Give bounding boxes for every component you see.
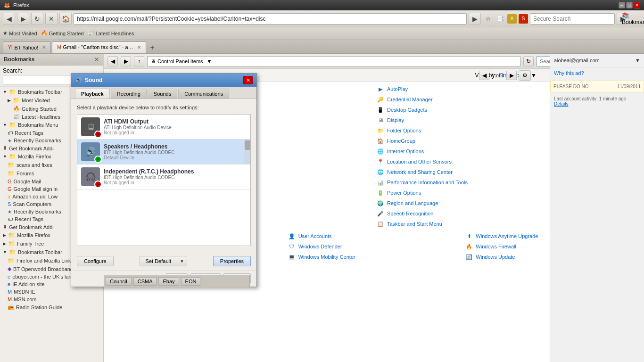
prev-page-btn[interactable]: ◀ [479,71,489,80]
tab-recording[interactable]: Recording [111,89,147,99]
tab-close-gmail[interactable]: ✕ [137,45,141,50]
bookmark-icon[interactable]: 📑 [495,14,505,24]
addon2-icon: ⬇ [3,224,7,230]
taskbar-ebay[interactable]: Ebay [158,277,179,286]
cp-item-user-accounts[interactable]: 👤 User Accounts [285,231,463,241]
sidebar-close-btn[interactable]: ✕ [94,56,99,63]
bookmarks-bar: ★ Most Visited 🔥 Getting Started 📰 Lates… [0,27,644,40]
forward-btn[interactable]: ▶ [17,13,29,25]
address-bar[interactable] [74,13,467,25]
folder3-icon: 📁 [8,240,15,247]
cp-up-btn[interactable]: ↑ [134,56,144,66]
tab-sounds[interactable]: Sounds [148,89,177,99]
star-icon: ★ [3,30,8,36]
cp-forward-btn[interactable]: ▶ [121,56,131,66]
dialog-title-area: 🔊 Sound [75,77,102,83]
folder-icon: 📁 [9,89,16,95]
sidebar-item-radio[interactable]: 📻 Radio Station Guide [0,303,103,311]
ie-icon: e [8,281,10,287]
configure-btn[interactable]: Configure [77,256,114,266]
folder-icon: 📁 [8,170,15,177]
taskbar-council[interactable]: Council [106,277,132,286]
addon-icon[interactable]: A [507,14,517,24]
msn-icon: M [8,296,12,302]
maximize-btn[interactable]: □ [626,2,633,8]
device-ati-hdmi[interactable]: 🖥 ✕ ATI HDMI Output ATI High Definition … [77,115,250,140]
taskbar-csma[interactable]: CSMA [133,277,157,286]
set-default-arrow-btn[interactable]: ▼ [177,256,187,266]
cp-back-btn[interactable]: ◀ [107,56,118,66]
folder4-icon: 📁 [9,249,16,255]
performance-icon: 📊 [377,179,384,186]
arrow-icon: ▼ [3,90,7,94]
news-icon: 📰 [88,30,94,36]
amazon-icon: a [8,194,10,199]
speakers-device-info: Speakers / Headphones IDT High Definitio… [104,143,247,160]
tag2-icon: 🏷 [8,216,13,222]
search-bar[interactable] [530,13,615,25]
cp-item-mobility[interactable]: 💻 Windows Mobility Center [285,252,463,262]
stop-btn[interactable]: ✕ [45,13,58,25]
autoplay-icon: ▶ [377,85,384,93]
back-btn[interactable]: ◀ [3,13,15,25]
tab-close-bt[interactable]: ✕ [42,45,46,50]
arrow3-icon: ▶ [3,241,6,246]
news-icon: 📰 [13,114,20,120]
sidebar-header: Bookmarks ✕ [0,54,103,66]
window-controls: ─ □ ✕ [619,2,640,8]
gmail-right-panel: aiobeal@gmail.com ▼ Why this ad? PLEASE … [550,82,644,362]
browser-title: 🦊 Firefox [4,2,29,8]
dialog-close-btn[interactable]: ✕ [243,76,253,84]
dialog-tabs: Playback Recording Sounds Communications [71,87,256,99]
sound-dialog[interactable]: 🔊 Sound ✕ Playback Recording Sounds Comm… [71,73,257,287]
bookmark-star-icon[interactable]: ☆ [483,14,493,24]
sidebar-item-msn[interactable]: M MSN.com [0,296,103,303]
folder2-icon: 📁 [8,232,15,239]
taskbar-eon[interactable]: EON [181,277,201,286]
view-settings-btn[interactable]: ⚙ [519,70,531,81]
headphones-status-indicator: ✕ [94,181,102,188]
bm-getting-started[interactable]: 🔥 Getting Started [41,30,84,36]
region-icon: 🌍 [377,199,384,207]
tab-gmail[interactable]: M Gmail - "Carlton tax disc" - aiobeal@.… [52,41,146,53]
sidebar-item-msdn[interactable]: M MSDN IE [0,288,103,296]
new-tab-btn[interactable]: + [147,42,157,53]
cp-refresh-btn[interactable]: ↻ [523,56,534,66]
headphones-icon: 🎧 ✕ [81,167,100,186]
network-icon: 🌐 [377,168,384,176]
view-mode-arrow[interactable]: ▼ [531,72,537,79]
msdn-icon: M [8,289,12,295]
tab-favicon-gmail: M [57,45,61,50]
tab-bt-yahoo[interactable]: Y! BT Yahoo! ✕ [3,41,51,53]
folder-options-icon: 📁 [377,127,384,134]
device-list: 🖥 ✕ ATI HDMI Output ATI High Definition … [77,114,251,246]
device-speakers[interactable]: 🔊 ✓ Speakers / Headphones IDT High Defin… [77,140,250,165]
minimize-btn[interactable]: ─ [619,2,625,8]
win-update-icon: 🔄 [465,253,473,261]
go-btn[interactable]: ▶ [469,13,481,25]
cp-address-bar[interactable]: 🖥 Control Panel Items ▼ [147,56,520,66]
arrow4-icon: ▼ [3,250,7,255]
device-headphones[interactable]: 🎧 ✕ Independent (R.T.C.) Headphones IDT … [77,165,250,189]
security-icon[interactable]: S [519,14,528,24]
next-page-btn[interactable]: ▶ [506,71,517,80]
reload-btn[interactable]: ↻ [31,13,43,25]
bm-most-visited[interactable]: ★ Most Visited [3,30,37,36]
scroll-thumb [245,140,250,150]
tab-communications[interactable]: Communications [178,89,229,99]
set-default-btn[interactable]: Set Default [140,256,177,266]
home-btn[interactable]: 🏠 [59,13,72,25]
anytime-icon: ⬆ [465,232,473,240]
close-btn[interactable]: ✕ [634,2,640,8]
bt-icon: ◆ [8,266,11,272]
bm-latest-headlines[interactable]: 📰 Latest Headlines [88,30,134,36]
cp-address-arrow: ▼ [207,58,212,64]
bookmarks-btn[interactable]: 📚 Bookmarks [631,14,641,24]
user-accounts-icon: 👤 [288,232,296,240]
gmail-details-link[interactable]: Details [554,101,640,107]
cp-item-defender[interactable]: 🛡 Windows Defender [285,241,463,252]
radio-icon: 📻 [8,304,14,310]
ebuyer-icon: e [8,274,10,280]
properties-btn[interactable]: Properties [213,256,251,266]
tab-playback[interactable]: Playback [75,89,110,99]
